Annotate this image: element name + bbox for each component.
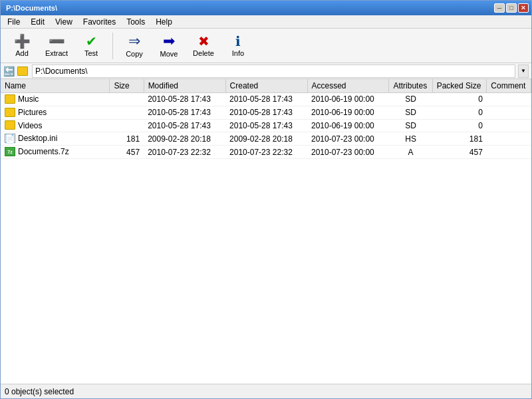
move-button[interactable]: ➡ Move: [153, 31, 185, 61]
file-accessed-cell: 2010-07-23 00:00: [307, 146, 389, 159]
file-packed-size-cell: 181: [432, 132, 487, 146]
file-packed-size-cell: 457: [432, 146, 487, 159]
info-button[interactable]: ℹ Info: [222, 31, 254, 61]
nav-back-icon[interactable]: 🔙: [3, 66, 15, 76]
address-folder-icon: [17, 66, 28, 76]
file-modified-cell: 2010-05-28 17:43: [144, 119, 225, 132]
table-row[interactable]: 📄Desktop.ini1812009-02-28 20:182009-02-2…: [1, 132, 531, 146]
file-modified-cell: 2010-05-28 17:43: [144, 106, 225, 119]
title-bar-controls: ─ □ ✕: [494, 3, 529, 13]
close-button[interactable]: ✕: [518, 3, 529, 13]
delete-label: Delete: [193, 49, 214, 57]
file-comment-cell: [487, 106, 531, 119]
file-list-container[interactable]: Name Size Modified Created Accessed Attr…: [1, 79, 531, 384]
table-header-row: Name Size Modified Created Accessed Attr…: [1, 79, 531, 93]
table-row[interactable]: Videos2010-05-28 17:432010-05-28 17:4320…: [1, 119, 531, 132]
file-name-cell: Music: [1, 93, 110, 106]
file-attributes-cell: A: [389, 146, 432, 159]
file-accessed-cell: 2010-07-23 00:00: [307, 132, 389, 146]
info-label: Info: [232, 49, 244, 57]
info-icon: ℹ: [235, 35, 241, 48]
copy-icon: ⇒: [128, 34, 140, 49]
extract-button[interactable]: ➖ Extract: [41, 31, 72, 61]
menu-help[interactable]: Help: [150, 16, 178, 28]
test-label: Test: [84, 49, 98, 57]
file-attributes-cell: HS: [389, 132, 432, 146]
file-table: Name Size Modified Created Accessed Attr…: [1, 79, 531, 159]
file-attributes-cell: SD: [389, 93, 432, 106]
col-comment[interactable]: Comment: [487, 79, 531, 93]
col-name[interactable]: Name: [1, 79, 110, 93]
add-icon: ➕: [14, 35, 31, 48]
menu-tools[interactable]: Tools: [121, 16, 150, 28]
title-bar-text: P:\Documents\: [6, 4, 57, 12]
file-name-cell: Pictures: [1, 106, 110, 119]
col-modified[interactable]: Modified: [144, 79, 225, 93]
move-icon: ➡: [163, 34, 175, 49]
file-name-cell: 📄Desktop.ini: [1, 132, 110, 146]
file-accessed-cell: 2010-06-19 00:00: [307, 119, 389, 132]
delete-button[interactable]: ✖ Delete: [188, 31, 219, 61]
delete-icon: ✖: [198, 35, 209, 48]
ini-icon: 📄: [5, 134, 15, 143]
address-dropdown-button[interactable]: ▼: [518, 65, 529, 78]
copy-label: Copy: [126, 50, 143, 58]
col-packed-size[interactable]: Packed Size: [432, 79, 487, 93]
file-accessed-cell: 2010-06-19 00:00: [307, 93, 389, 106]
file-size-cell: [110, 119, 144, 132]
table-row[interactable]: 7zDocuments.7z4572010-07-23 22:322010-07…: [1, 146, 531, 159]
col-accessed[interactable]: Accessed: [307, 79, 389, 93]
file-comment-cell: [487, 146, 531, 159]
minimize-button[interactable]: ─: [494, 3, 505, 13]
maximize-button[interactable]: □: [506, 3, 517, 13]
menu-file[interactable]: File: [2, 16, 25, 28]
file-name-cell: Videos: [1, 119, 110, 132]
file-comment-cell: [487, 93, 531, 106]
main-window: P:\Documents\ ─ □ ✕ File Edit View Favor…: [0, 0, 532, 399]
toolbar: ➕ Add ➖ Extract ✔ Test ⇒ Copy ➡ Move ✖ D…: [1, 29, 531, 63]
extract-icon: ➖: [49, 35, 65, 48]
file-modified-cell: 2010-07-23 22:32: [144, 146, 225, 159]
folder-icon: [5, 120, 15, 130]
test-button[interactable]: ✔ Test: [75, 31, 107, 61]
add-button[interactable]: ➕ Add: [6, 31, 38, 61]
toolbar-separator-1: [112, 33, 113, 59]
copy-button[interactable]: ⇒ Copy: [118, 31, 150, 61]
extract-label: Extract: [45, 49, 68, 57]
file-packed-size-cell: 0: [432, 106, 487, 119]
col-size[interactable]: Size: [110, 79, 144, 93]
menu-view[interactable]: View: [50, 16, 78, 28]
address-input[interactable]: [32, 65, 515, 78]
file-name-cell: 7zDocuments.7z: [1, 146, 110, 159]
menu-favorites[interactable]: Favorites: [78, 16, 121, 28]
address-bar: 🔙 ▼: [1, 63, 531, 79]
file-created-cell: 2010-05-28 17:43: [225, 119, 307, 132]
file-created-cell: 2010-05-28 17:43: [225, 93, 307, 106]
folder-icon: [5, 108, 15, 117]
table-row[interactable]: Music2010-05-28 17:432010-05-28 17:43201…: [1, 93, 531, 106]
table-row[interactable]: Pictures2010-05-28 17:432010-05-28 17:43…: [1, 106, 531, 119]
col-created[interactable]: Created: [225, 79, 307, 93]
menu-edit[interactable]: Edit: [25, 16, 50, 28]
file-modified-cell: 2010-05-28 17:43: [144, 93, 225, 106]
file-name-text: Videos: [18, 121, 42, 130]
file-size-cell: 457: [110, 146, 144, 159]
file-modified-cell: 2009-02-28 20:18: [144, 132, 225, 146]
title-bar: P:\Documents\ ─ □ ✕: [1, 1, 531, 15]
file-name-text: Pictures: [18, 108, 47, 117]
file-name-text: Desktop.ini: [18, 134, 57, 143]
file-comment-cell: [487, 132, 531, 146]
7z-icon: 7z: [5, 147, 15, 156]
file-created-cell: 2010-07-23 22:32: [225, 146, 307, 159]
file-created-cell: 2010-05-28 17:43: [225, 106, 307, 119]
file-packed-size-cell: 0: [432, 119, 487, 132]
file-size-cell: [110, 106, 144, 119]
menu-bar: File Edit View Favorites Tools Help: [1, 15, 531, 29]
col-attributes[interactable]: Attributes: [389, 79, 432, 93]
file-packed-size-cell: 0: [432, 93, 487, 106]
status-text: 0 object(s) selected: [5, 387, 74, 396]
move-label: Move: [160, 50, 178, 58]
folder-icon: [5, 94, 15, 104]
add-label: Add: [15, 49, 29, 57]
file-created-cell: 2009-02-28 20:18: [225, 132, 307, 146]
